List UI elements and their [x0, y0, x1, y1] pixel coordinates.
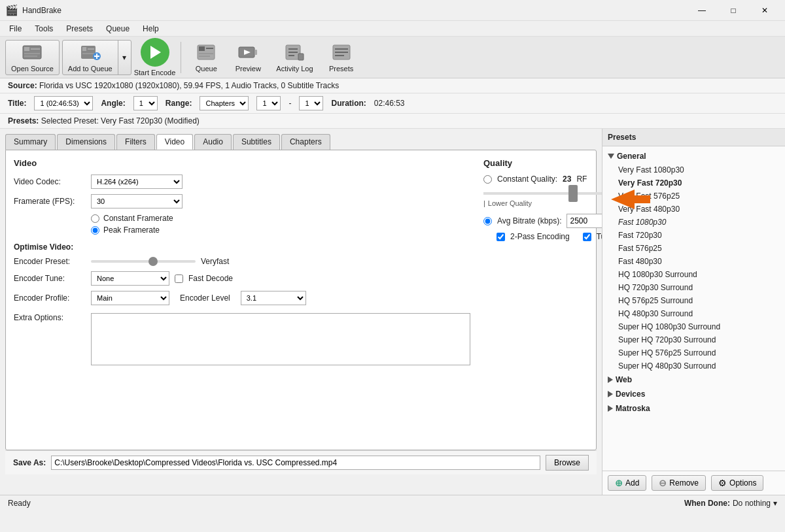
preset-superhq-480p30[interactable]: Super HQ 480p30 Surround	[602, 359, 785, 373]
constant-quality-radio[interactable]	[483, 175, 492, 184]
save-path-input[interactable]	[51, 456, 540, 470]
tab-video[interactable]: Video	[156, 134, 193, 150]
activity-log-label: Activity Log	[276, 65, 313, 73]
menu-presets[interactable]: Presets	[60, 23, 99, 35]
presets-row: Presets: Selected Preset: Very Fast 720p…	[0, 114, 785, 129]
encoder-preset-label: Encoder Preset:	[14, 257, 86, 266]
preview-button[interactable]: Preview	[228, 40, 268, 75]
minimize-button[interactable]: —	[687, 1, 717, 20]
encoder-tune-select[interactable]: None	[91, 271, 169, 286]
presets-icon	[331, 42, 352, 63]
activity-log-button[interactable]: Activity Log	[270, 40, 319, 75]
peak-framerate-option[interactable]: Peak Framerate	[91, 225, 470, 235]
remove-preset-icon: ⊖	[659, 478, 667, 488]
quality-col: Quality Constant Quality: 23 RF	[483, 158, 602, 371]
menu-tools[interactable]: Tools	[28, 23, 60, 35]
content-area: Summary Dimensions Filters Video Audio S…	[0, 129, 602, 495]
open-source-button[interactable]: Open Source	[5, 40, 60, 75]
close-button[interactable]: ✕	[750, 1, 780, 20]
avg-bitrate-input[interactable]	[567, 214, 602, 228]
encoder-level-select[interactable]: 3.1	[241, 291, 306, 305]
two-pass-checkbox[interactable]	[497, 233, 505, 241]
encoder-profile-select[interactable]: Main	[91, 291, 169, 305]
general-expand-icon	[608, 154, 614, 159]
save-row: Save As: Browse	[5, 450, 597, 474]
preset-fast-576p25[interactable]: Fast 576p25	[602, 242, 785, 255]
svg-rect-24	[298, 54, 304, 60]
queue-button[interactable]: Queue	[186, 40, 226, 75]
extra-options-label: Extra Options:	[14, 313, 86, 322]
preset-hq-720p30[interactable]: HQ 720p30 Surround	[602, 281, 785, 294]
source-value: Florida vs USC 1920x1080 (1920x1080), 59…	[39, 81, 339, 90]
devices-group-header[interactable]: Devices	[602, 387, 785, 401]
preset-superhq-576p25[interactable]: Super HQ 576p25 Surround	[602, 346, 785, 359]
preset-fast-720p30[interactable]: Fast 720p30	[602, 229, 785, 242]
maximize-button[interactable]: □	[718, 1, 748, 20]
matroska-expand-icon	[608, 405, 613, 412]
menu-queue[interactable]: Queue	[99, 23, 136, 35]
preset-superhq-720p30[interactable]: Super HQ 720p30 Surround	[602, 333, 785, 346]
range-end-select[interactable]: 1	[299, 96, 323, 110]
add-to-queue-label: Add to Queue	[68, 65, 113, 73]
peak-framerate-radio[interactable]	[91, 226, 99, 235]
tab-audio[interactable]: Audio	[194, 134, 232, 150]
range-start-select[interactable]: 1	[256, 96, 281, 110]
tab-chapters[interactable]: Chapters	[281, 134, 330, 150]
preset-hq-480p30[interactable]: HQ 480p30 Surround	[602, 307, 785, 320]
turbo-first-checkbox[interactable]	[583, 233, 591, 241]
preset-fast-1080p30[interactable]: Fast 1080p30	[602, 216, 785, 229]
encoder-preset-value: Veryfast	[201, 257, 229, 266]
window-controls: — □ ✕	[687, 1, 780, 20]
presets-panel: Presets General Very Fast 1080p30 Very F…	[602, 129, 785, 495]
video-settings-col: Video Video Codec: H.264 (x264) Framerat…	[14, 158, 470, 371]
range-select[interactable]: Chapters	[200, 96, 249, 110]
tab-filters[interactable]: Filters	[116, 134, 155, 150]
add-preset-button[interactable]: ⊕ Add	[608, 475, 646, 491]
extra-options-input[interactable]	[91, 313, 470, 365]
app-title: HandBrake	[22, 6, 687, 15]
add-to-queue-group: Add to Queue ▾	[62, 40, 131, 75]
tab-subtitles[interactable]: Subtitles	[233, 134, 280, 150]
add-preset-label: Add	[625, 478, 639, 488]
preset-hq-576p25[interactable]: HQ 576p25 Surround	[602, 294, 785, 307]
toolbar-separator-1	[181, 42, 181, 73]
preset-hq-1080p30[interactable]: HQ 1080p30 Surround	[602, 268, 785, 281]
menu-help[interactable]: Help	[136, 23, 166, 35]
angle-select[interactable]: 1	[133, 96, 158, 110]
svg-rect-6	[82, 47, 86, 51]
main-area: Summary Dimensions Filters Video Audio S…	[0, 129, 785, 495]
preset-fast-480p30[interactable]: Fast 480p30	[602, 255, 785, 268]
options-preset-button[interactable]: ⚙ Options	[711, 475, 763, 491]
preset-very-fast-720p30[interactable]: Very Fast 720p30	[602, 176, 785, 190]
presets-toolbar-button[interactable]: Presets	[322, 40, 361, 75]
tab-dimensions[interactable]: Dimensions	[57, 134, 115, 150]
general-group-header[interactable]: General	[602, 149, 785, 163]
menu-file[interactable]: File	[3, 23, 28, 35]
preview-label: Preview	[236, 65, 261, 73]
constant-framerate-option[interactable]: Constant Framerate	[91, 214, 470, 223]
preset-superhq-1080p30[interactable]: Super HQ 1080p30 Surround	[602, 320, 785, 333]
matroska-group-header[interactable]: Matroska	[602, 401, 785, 416]
add-queue-dropdown[interactable]: ▾	[118, 41, 131, 75]
encoder-preset-row: Encoder Preset: Veryfast	[14, 257, 470, 266]
remove-preset-button[interactable]: ⊖ Remove	[652, 475, 706, 491]
add-to-queue-button[interactable]: Add to Queue	[63, 41, 118, 75]
titlebar: 🎬 HandBrake — □ ✕	[0, 0, 785, 21]
constant-framerate-radio[interactable]	[91, 214, 99, 223]
tab-summary[interactable]: Summary	[5, 134, 56, 150]
quality-section: Quality Constant Quality: 23 RF	[483, 158, 602, 241]
quality-slider[interactable]	[483, 192, 602, 195]
when-done-container[interactable]: When Done: Do nothing ▾	[684, 499, 777, 508]
preset-very-fast-1080p30[interactable]: Very Fast 1080p30	[602, 163, 785, 176]
fast-decode-checkbox[interactable]	[175, 274, 183, 283]
avg-bitrate-radio[interactable]	[483, 217, 492, 225]
framerate-select[interactable]: 30	[91, 194, 183, 208]
codec-select[interactable]: H.264 (x264)	[91, 175, 183, 189]
web-group-header[interactable]: Web	[602, 373, 785, 387]
title-select[interactable]: 1 (02:46:53)	[34, 96, 93, 110]
encoder-preset-slider[interactable]	[91, 260, 196, 263]
browse-button[interactable]: Browse	[546, 455, 589, 471]
queue-icon	[196, 42, 217, 63]
start-encode-button[interactable]: Start Encode	[134, 38, 176, 76]
presets-toolbar-label: Presets	[329, 65, 353, 73]
